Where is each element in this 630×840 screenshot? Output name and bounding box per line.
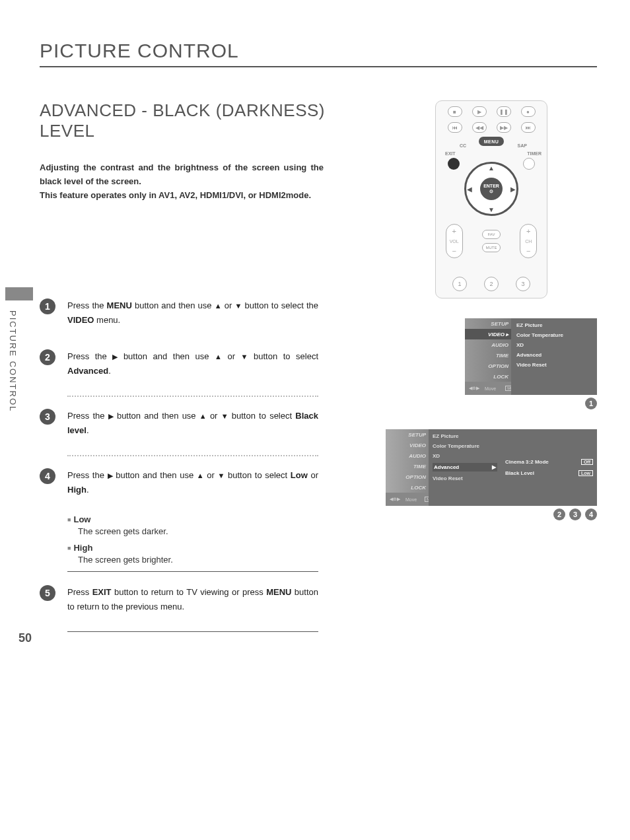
osd-tab: TIME: [465, 350, 511, 361]
exit-button: [448, 158, 460, 170]
left-icon: ◀: [467, 186, 472, 193]
section-title: ADVANCED - BLACK (DARKNESS) LEVEL: [40, 100, 353, 141]
remote-btn: ▶: [472, 106, 487, 117]
dotted-separator: [67, 396, 318, 397]
step-badge-5: 5: [40, 585, 55, 601]
num-3: 3: [516, 277, 530, 291]
osd-tab: SETUP: [386, 429, 429, 440]
exit-label: EXIT: [445, 151, 456, 156]
separator: [67, 571, 318, 572]
up-icon: ▲: [488, 164, 495, 172]
intro-text: Adjusting the contrast and the brightnes…: [40, 161, 324, 202]
osd-tab-selected: VIDEO▸: [465, 329, 511, 339]
num-1: 1: [452, 277, 467, 291]
remote-btn: ▶▶: [497, 122, 511, 133]
remote-control-illustration: ■ ▶ ❚❚ ● ⏮ ◀◀ ▶▶ ⏭ CC MENU SAP EXIT TIM: [435, 100, 547, 298]
step-2: 2 Press the ▶ button and then use ▲ or ▼…: [40, 345, 353, 378]
osd-item-selected: Advanced▶: [433, 463, 497, 472]
osd1-tabs: SETUP VIDEO▸ AUDIO TIME OPTION LOCK ◀⊕▶ …: [465, 318, 511, 395]
ref-badge-1: 1: [585, 398, 597, 409]
step-4: 4 Press the ▶ button and then use ▲ or ▼…: [40, 464, 353, 497]
mute-button: MUTE: [482, 243, 501, 252]
osd-footer: ◀⊕▶ MoveMENUPrev.: [386, 493, 429, 506]
step-3: 3 Press the ▶ button and then use ▲ or ▼…: [40, 405, 353, 438]
remote-btn: ⏮: [448, 122, 462, 133]
down-icon: ▼: [241, 351, 248, 363]
ref-badge-4: 4: [585, 508, 597, 520]
ref-badge-2: 2: [553, 508, 565, 520]
osd-footer: ◀⊕▶ MoveMENUPrev.: [465, 382, 511, 395]
osd2-tabs: SETUP VIDEO AUDIO TIME OPTION LOCK ◀⊕▶ M…: [386, 429, 429, 506]
step-5: 5 Press EXIT button to return to TV view…: [40, 581, 353, 614]
osd-tab: LOCK: [386, 482, 429, 493]
osd-tab: OPTION: [386, 472, 429, 482]
osd-tab: TIME: [386, 461, 429, 472]
osd2-mid: EZ Picture Color Temperature XD Advanced…: [429, 429, 501, 506]
osd-item: XD: [516, 342, 592, 348]
up-icon: ▲: [197, 470, 204, 482]
osd-item: Video Reset: [516, 362, 592, 368]
osd1-options: EZ Picture Color Temperature XD Advanced…: [511, 318, 597, 395]
osd-item: Color Temperature: [516, 332, 592, 338]
up-icon: ▲: [199, 410, 207, 423]
ref-badge-3: 3: [569, 508, 581, 520]
remote-btn: ⏭: [521, 122, 536, 133]
level-definitions: ■Low The screen gets darker. ■High The s…: [67, 514, 353, 565]
dotted-separator: [67, 455, 318, 456]
remote-btn: ◀◀: [472, 122, 487, 133]
remote-btn: ●: [521, 106, 536, 117]
osd2-right: Cinema 3:2 ModeOff Black LevelLow: [501, 429, 597, 506]
sap-label: SAP: [518, 143, 527, 148]
right-icon: ▶: [492, 464, 496, 470]
num-2: 2: [484, 277, 499, 291]
up-icon: ▲: [215, 300, 222, 312]
page-title: PICTURE CONTROL: [40, 40, 597, 67]
osd-item: Color Temperature: [433, 443, 497, 449]
up-icon: ▲: [215, 351, 222, 363]
osd-item: EZ Picture: [433, 433, 497, 439]
step-badge-3: 3: [40, 409, 55, 425]
side-tab: PICTURE CONTROL: [0, 297, 33, 429]
osd-tab: LOCK: [465, 371, 511, 382]
step-badge-1: 1: [40, 298, 55, 314]
timer-button: [523, 158, 535, 170]
separator: [67, 631, 318, 632]
down-icon: ▼: [488, 206, 495, 213]
down-icon: ▼: [221, 410, 228, 423]
step-1: 1 Press the MENU button and then use ▲ o…: [40, 295, 353, 328]
cc-label: CC: [460, 143, 466, 148]
osd-tab: AUDIO: [386, 450, 429, 461]
value-box: Low: [578, 470, 593, 476]
right-icon: ▶: [108, 470, 113, 482]
page-number: 50: [18, 631, 32, 645]
osd-tab: SETUP: [465, 318, 511, 329]
osd-item: XD: [433, 453, 497, 459]
enter-button: ENTER⊙: [480, 178, 503, 200]
osd-item: EZ Picture: [516, 322, 592, 328]
osd-item: Advanced: [516, 352, 592, 358]
down-icon: ▼: [234, 300, 242, 312]
osd2: SETUP VIDEO AUDIO TIME OPTION LOCK ◀⊕▶ M…: [386, 429, 597, 506]
remote-btn: ■: [448, 106, 462, 117]
right-icon: ▶: [510, 186, 516, 193]
fav-button: FAV: [482, 230, 501, 239]
dpad: ▲ ▼ ◀ ▶ ENTER⊙: [464, 162, 518, 216]
down-icon: ▼: [217, 470, 225, 482]
osd-tab: OPTION: [465, 361, 511, 371]
osd-tab: VIDEO: [386, 440, 429, 450]
step-badge-4: 4: [40, 468, 55, 484]
right-icon: ▶: [108, 410, 114, 423]
osd-item: Video Reset: [433, 475, 497, 481]
vol-button: +VOL−: [446, 224, 463, 258]
ch-button: +CH−: [520, 224, 537, 258]
menu-button: MENU: [479, 137, 504, 146]
osd-tab: AUDIO: [465, 339, 511, 350]
timer-label: TIMER: [527, 151, 542, 156]
side-tab-label: PICTURE CONTROL: [8, 310, 18, 412]
value-box: Off: [581, 459, 593, 465]
step-badge-2: 2: [40, 349, 55, 365]
remote-btn: ❚❚: [497, 106, 511, 117]
